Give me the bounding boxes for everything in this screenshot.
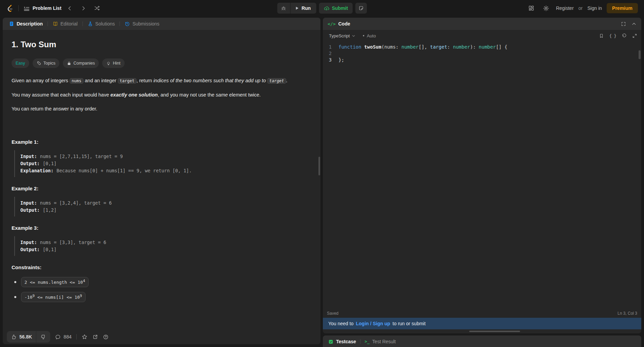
expand-diagonal-icon [632,33,637,38]
shuffle-icon [94,5,100,11]
tab-editorial[interactable]: Editorial [51,21,79,27]
favorite-button[interactable] [81,334,88,340]
example-1-heading: Example 1: [12,138,312,146]
editor-column: </> Code TypeScript [323,18,641,347]
collapse-panel-button[interactable] [631,21,637,27]
chevron-left-icon [67,5,73,11]
editor-hscroll-track [323,329,641,333]
constraint-1: 2 <= nums.length <= 104 [14,277,312,287]
problem-description: 1. Two Sum Easy Topics Companies [3,30,320,329]
testcase-label: Testcase [336,339,356,344]
fullscreen-icon [621,21,626,27]
bookmark-button[interactable] [599,33,604,38]
problem-list-icon [23,5,30,12]
auto-label: Auto [367,33,376,38]
tab-submissions[interactable]: Submissions [123,21,161,27]
example-2-block: Input:nums = [3,2,4], target = 6 Output:… [14,197,312,216]
cursor-position: Ln 3, Col 3 [618,311,637,316]
layout-grid-icon [528,5,534,11]
problem-statement-3: You can return the answer in any order. [12,105,312,113]
help-button[interactable] [103,334,109,340]
test-result-label: Test Result [372,339,395,344]
leetcode-logo[interactable] [6,4,14,12]
login-signup-link[interactable]: Login / Sign up [356,321,390,326]
history-clock-icon [125,21,130,27]
layout-button[interactable] [526,3,536,13]
debug-button[interactable] [277,3,290,14]
tab-editorial-label: Editorial [60,21,78,27]
left-panel-scrollbar[interactable] [318,157,320,175]
thumbs-down-icon [40,334,46,340]
problem-footer-bar: 56.8K 884 [3,329,320,344]
maximize-editor-button[interactable] [632,33,637,38]
shuffle-button[interactable] [92,3,102,13]
reset-code-button[interactable] [622,33,627,38]
play-icon [294,6,299,11]
cloud-upload-icon [324,5,329,11]
signin-link[interactable]: Sign in [587,5,602,11]
example-3-block: Input:nums = [3,3], target = 6 Output:[0… [14,236,312,256]
hint-label: Hint [113,60,120,67]
companies-label: Companies [73,60,95,67]
chevron-up-icon [631,21,637,27]
thumbs-up-icon [11,334,17,340]
braces-icon: { } [609,33,616,38]
companies-badge[interactable]: Companies [63,58,99,68]
share-button[interactable] [92,334,98,340]
bookmark-icon [599,33,604,38]
testcase-panel: Testcase >_ Test Result [323,335,641,347]
tab-description[interactable]: Description [7,21,44,27]
register-link[interactable]: Register [556,5,574,11]
editor-hscroll-thumb[interactable] [469,331,520,332]
format-code-button[interactable]: { } [609,33,616,39]
bullet-dot [363,35,364,36]
footer-divider [76,334,77,340]
like-count: 56.8K [19,334,32,340]
editor-status-bar: Saved Ln 3, Col 3 [323,309,641,318]
comment-icon [55,334,61,340]
example-1-block: Input:nums = [2,7,11,15], target = 9 Out… [14,150,312,177]
problem-list-button[interactable]: Problem List [23,5,61,12]
next-problem-button[interactable] [78,3,89,13]
lightbulb-icon [106,61,111,66]
like-button[interactable]: 56.8K [7,331,36,343]
note-icon [358,5,364,11]
dislike-button[interactable] [36,331,50,343]
problem-statement-1: Given an array of integers nums and an i… [12,77,312,85]
submit-label: Submit [332,5,348,11]
terminal-icon: >_ [365,339,369,344]
notes-button[interactable] [355,3,367,14]
run-button[interactable]: Run [290,3,316,14]
problem-statement-2: You may assume that each input would hav… [12,91,312,99]
chevron-right-icon [80,5,86,11]
vote-group: 56.8K [7,331,50,343]
hint-badge[interactable]: Hint [102,58,124,68]
difficulty-badge[interactable]: Easy [12,58,29,68]
settings-button[interactable] [541,3,551,13]
auto-mode-toggle[interactable]: Auto [363,33,376,38]
login-banner: You need to Login / Sign up to run or su… [323,318,641,329]
code-panel-title: Code [338,21,350,27]
constraint-2: -109 <= nums[i] <= 109 [14,292,312,302]
code-panel: </> Code TypeScript [323,18,641,333]
comment-count: 884 [63,334,71,340]
tab-description-label: Description [17,21,43,27]
comments-button[interactable]: 884 [55,334,71,340]
bullet [14,281,16,283]
chevron-down-icon [352,34,355,38]
prev-problem-button[interactable] [65,3,75,13]
constraints-heading: Constraints: [12,263,312,272]
code-chip-target-italic: target [267,78,286,84]
topics-badge[interactable]: Topics [33,58,59,68]
submit-button[interactable]: Submit [319,3,352,14]
tab-test-result[interactable]: >_ Test Result [365,339,396,344]
tab-testcase[interactable]: Testcase [328,339,356,344]
language-select[interactable]: TypeScript [327,32,357,40]
code-panel-header: </> Code [323,18,641,30]
or-text: or [578,5,583,11]
editor-scrollbar[interactable] [639,50,641,59]
code-editor[interactable]: 1 function twoSum(nums: number[], target… [323,41,641,309]
tab-solutions[interactable]: Solutions [86,21,116,27]
fullscreen-button[interactable] [621,21,626,27]
premium-button[interactable]: Premium [607,3,638,13]
